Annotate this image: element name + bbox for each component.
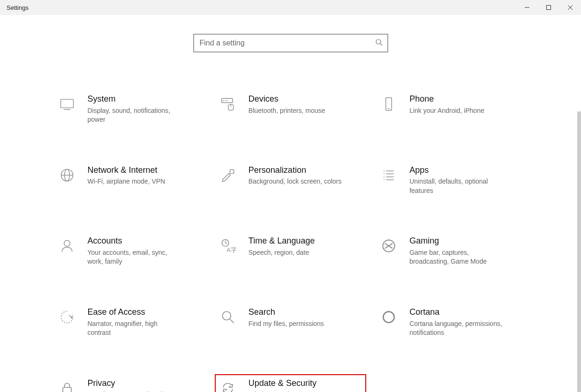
window-controls — [516, 0, 581, 15]
tile-title: Network & Internet — [88, 165, 201, 176]
tile-subtitle: Bluetooth, printers, mouse — [249, 106, 342, 116]
tile-cortana[interactable]: Cortana Cortana language, permissions, n… — [376, 303, 527, 341]
tile-system[interactable]: System Display, sound, notifications, po… — [54, 90, 205, 128]
svg-rect-1 — [547, 6, 551, 10]
tile-title: Privacy — [88, 378, 201, 389]
phone-icon — [378, 94, 399, 114]
system-icon — [57, 94, 77, 114]
tile-time-language[interactable]: A字 Time & Language Speech, region, date — [215, 232, 366, 270]
tile-title: Ease of Access — [88, 307, 201, 318]
svg-point-33 — [222, 311, 231, 320]
tile-title: Phone — [409, 94, 522, 104]
svg-line-5 — [380, 44, 382, 45]
svg-point-35 — [383, 311, 394, 322]
tile-subtitle: Speech, region, date — [249, 248, 342, 258]
tile-gaming[interactable]: Gaming Game bar, captures, broadcasting,… — [376, 232, 527, 270]
privacy-icon — [57, 378, 77, 392]
maximize-button[interactable] — [538, 0, 559, 15]
settings-grid: System Display, sound, notifications, po… — [54, 90, 528, 392]
tile-accounts[interactable]: Accounts Your accounts, email, sync, wor… — [54, 232, 205, 270]
minimize-button[interactable] — [516, 0, 538, 15]
tile-update-security[interactable]: Update & Security Windows Update, recove… — [215, 374, 366, 392]
tile-title: Accounts — [88, 236, 201, 246]
tile-title: Apps — [409, 165, 522, 176]
svg-point-27 — [64, 241, 70, 247]
tile-subtitle: Find my files, permissions — [249, 319, 342, 329]
accounts-icon — [57, 236, 77, 256]
tile-apps[interactable]: Apps Uninstall, defaults, optional featu… — [376, 161, 527, 200]
devices-icon — [218, 94, 238, 114]
tile-title: System — [88, 94, 201, 104]
tile-subtitle: Wi-Fi, airplane mode, VPN — [88, 177, 181, 186]
tile-subtitle: Game bar, captures, broadcasting, Game M… — [409, 248, 503, 266]
tile-title: Cortana — [409, 307, 522, 318]
search-icon — [375, 38, 383, 48]
svg-rect-6 — [60, 99, 73, 108]
search-box[interactable] — [193, 34, 388, 52]
tile-subtitle: Location, camera, microphone — [88, 390, 181, 392]
tile-subtitle: Narrator, magnifier, high contrast — [88, 319, 181, 338]
tile-devices[interactable]: Devices Bluetooth, printers, mouse — [215, 90, 366, 128]
tile-subtitle: Windows Update, recovery, backup — [249, 390, 342, 392]
svg-rect-36 — [63, 387, 71, 392]
gaming-icon — [378, 236, 399, 256]
tile-subtitle: Link your Android, iPhone — [409, 106, 503, 116]
update-security-icon — [218, 378, 238, 392]
tile-phone[interactable]: Phone Link your Android, iPhone — [376, 90, 527, 128]
svg-line-30 — [225, 243, 227, 244]
tile-search[interactable]: Search Find my files, permissions — [215, 303, 366, 341]
tile-network[interactable]: Network & Internet Wi-Fi, airplane mode,… — [54, 161, 205, 200]
svg-point-4 — [376, 39, 381, 44]
tile-title: Update & Security — [249, 378, 362, 389]
tile-title: Devices — [249, 94, 362, 104]
tile-subtitle: Cortana language, permissions, notificat… — [409, 319, 503, 338]
tile-subtitle: Uninstall, defaults, optional features — [409, 177, 503, 195]
svg-text:A字: A字 — [226, 246, 236, 253]
window-title: Settings — [7, 4, 29, 11]
tile-personalization[interactable]: Personalization Background, lock screen,… — [215, 161, 366, 200]
ease-of-access-icon — [57, 307, 77, 327]
tile-ease-of-access[interactable]: Ease of Access Narrator, magnifier, high… — [54, 303, 205, 341]
title-bar: Settings — [0, 0, 581, 15]
cortana-icon — [378, 307, 399, 327]
svg-rect-18 — [230, 170, 234, 173]
search-category-icon — [218, 307, 238, 327]
tile-privacy[interactable]: Privacy Location, camera, microphone — [54, 374, 205, 392]
tile-title: Time & Language — [249, 236, 362, 246]
apps-icon — [378, 165, 399, 185]
svg-point-28 — [222, 240, 228, 246]
close-button[interactable] — [559, 0, 581, 15]
svg-line-34 — [230, 319, 234, 323]
tile-subtitle: Display, sound, notifications, power — [88, 106, 181, 125]
tile-title: Personalization — [249, 165, 362, 176]
tile-title: Gaming — [409, 236, 522, 246]
tile-subtitle: Your accounts, email, sync, work, family — [88, 248, 181, 266]
tile-subtitle: Background, lock screen, colors — [249, 177, 342, 186]
personalization-icon — [218, 165, 238, 185]
tile-title: Search — [249, 307, 362, 318]
search-input[interactable] — [200, 39, 375, 47]
scrollbar[interactable] — [577, 111, 581, 392]
time-language-icon: A字 — [218, 236, 238, 256]
network-icon — [57, 165, 77, 185]
